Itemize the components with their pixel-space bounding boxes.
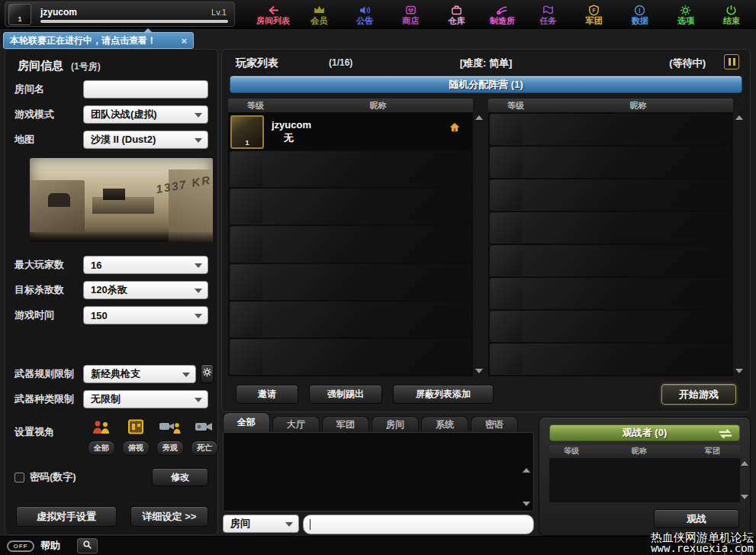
view-option-death[interactable]: 死亡 [191,419,218,456]
nav-workshop[interactable]: 制造所 [479,0,525,29]
random-team-bar[interactable]: 随机分配阵营 (1) [230,76,742,93]
nav-announcement[interactable]: 公告 [342,0,388,29]
watermark: 热血侠网游单机论坛 www.rexuexia.com [651,531,754,554]
spectator-scrollbar[interactable] [741,461,748,499]
player-level-badge: 1 [8,4,31,25]
scroll-down-icon[interactable] [523,502,530,506]
scroll-up-icon[interactable] [741,461,748,466]
nav-data[interactable]: ! 数据 [617,0,663,29]
chat-tab-whisper[interactable]: 密语 [471,416,518,432]
nav-options[interactable]: 选项 [663,0,709,29]
scrollbar[interactable] [735,112,744,376]
chat-tab-clan[interactable]: 军团 [322,416,369,432]
player-slot-empty[interactable] [490,344,732,375]
camera-icon [193,419,216,437]
player-slot-empty[interactable] [230,339,471,375]
player-slot-empty[interactable] [230,226,471,262]
chat-scrollbar[interactable] [522,468,531,506]
player-slot-empty[interactable] [230,189,471,224]
room-name-input[interactable] [83,80,208,98]
invite-button[interactable]: 邀请 [236,385,298,404]
scroll-down-icon[interactable] [741,495,748,499]
max-players-label: 最大玩家数 [14,258,83,272]
nav-exit[interactable]: 结束 [709,0,754,29]
notification-text: 本轮联赛正在进行中，请点击查看！ [10,34,156,47]
view-option-topdown[interactable]: 俯视 [122,419,150,456]
map-arch [48,193,70,207]
exp-progress-bar [40,20,228,23]
close-icon[interactable]: × [181,35,187,47]
block-list-button[interactable]: 屏蔽列表添加 [393,385,494,404]
kill-target-dropdown[interactable]: 120杀敌 [83,281,208,299]
pause-icon[interactable] [724,54,739,69]
view-option-spectate[interactable]: 旁观 [156,419,184,456]
swap-arrows-icon[interactable] [717,428,734,440]
scroll-up-icon[interactable] [735,115,743,120]
player-slot-empty[interactable] [490,278,732,309]
chat-message-area[interactable] [223,432,534,511]
nav-storage[interactable]: 仓库 [433,0,479,29]
player-plate[interactable]: 1 jzyucom Lv.1 [5,2,235,27]
player-slot-empty[interactable] [230,302,471,337]
virtual-opponent-button[interactable]: 虚拟对手设置 [16,506,117,527]
nav-missions[interactable]: 任务 [526,0,571,29]
nav-shop[interactable]: 商店 [388,0,433,29]
game-mode-label: 游戏模式 [14,108,83,121]
player-slot-empty[interactable] [230,151,471,187]
player-name: jzyucom [40,7,77,18]
shop-icon [404,4,418,17]
nav-label: 选项 [677,17,694,25]
scroll-up-icon[interactable] [475,115,483,120]
player-slot-empty[interactable] [490,179,732,211]
nav-member[interactable]: 会员 [296,0,342,29]
player-slot-empty[interactable] [490,147,732,178]
map-value: 沙漠 II (Dust2) [91,133,156,147]
password-checkbox[interactable] [14,473,24,482]
list-header: 等级 昵称 [228,98,473,112]
chevron-down-icon [195,314,202,318]
avatar-level: 1 [232,139,262,147]
player-slot-empty[interactable] [490,212,732,244]
chat-tab-lobby[interactable]: 大厅 [272,416,320,432]
kick-button[interactable]: 强制踢出 [309,385,382,404]
search-button[interactable] [77,538,98,553]
slot-avatar-placeholder [230,227,262,261]
start-game-button[interactable]: 开始游戏 [661,384,736,405]
map-dropdown[interactable]: 沙漠 II (Dust2) [83,131,208,149]
nav-room-list[interactable]: 房间列表 [250,0,296,29]
chat-channel-dropdown[interactable]: 房间 [223,515,299,533]
detail-settings-button[interactable]: 详细设定 >> [130,506,208,527]
password-toggle[interactable]: 密码(数字) [14,470,76,484]
modify-button[interactable]: 修改 [152,468,208,486]
player-row[interactable]: 1 jzyucom 无 [230,114,471,150]
scrollbar[interactable] [475,112,484,376]
player-slot-empty[interactable] [490,114,732,145]
player-slot-empty[interactable] [490,245,732,276]
player-slot-empty[interactable] [230,264,471,300]
weapon-rule-dropdown[interactable]: 新经典枪支 [83,365,196,383]
game-time-dropdown[interactable]: 150 [83,306,208,324]
chat-tab-room[interactable]: 房间 [372,416,419,432]
chevron-down-icon [182,373,190,377]
scroll-down-icon[interactable] [475,369,483,373]
nav-clan[interactable]: F 军团 [571,0,617,29]
scroll-down-icon[interactable] [735,369,743,373]
scroll-up-icon[interactable] [523,468,530,473]
league-notification[interactable]: 本轮联赛正在进行中，请点击查看！ × [3,32,194,49]
watch-button[interactable]: 观战 [654,509,739,528]
weapon-rule-settings-button[interactable] [201,364,214,383]
slot-avatar-placeholder [491,279,523,308]
chat-message-input[interactable] [303,515,534,534]
svg-text:!: ! [639,7,641,15]
level-column-header: 等级 [488,100,543,111]
max-players-dropdown[interactable]: 16 [83,256,208,274]
chat-tab-all[interactable]: 全部 [223,412,270,432]
chat-tab-system[interactable]: 系统 [421,416,468,432]
player-slot-empty[interactable] [490,311,732,342]
room-number: (1号房) [71,60,101,73]
weapon-type-dropdown[interactable]: 无限制 [83,390,208,408]
view-option-all[interactable]: 全部 [88,419,115,456]
level-column-header: 等级 [549,446,594,457]
help-toggle[interactable]: OFF [7,540,34,552]
game-mode-dropdown[interactable]: 团队决战(虚拟) [83,105,208,124]
